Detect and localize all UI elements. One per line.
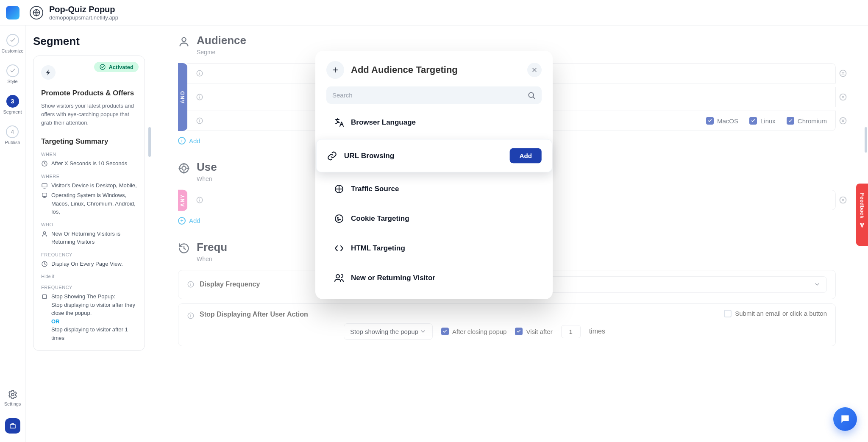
check-icon	[6, 34, 19, 47]
link-icon	[327, 150, 337, 161]
rail-publish[interactable]: 4 Publish	[5, 125, 20, 145]
app-logo[interactable]	[6, 6, 19, 19]
rail-label: Settings	[4, 401, 21, 406]
info-icon[interactable]	[196, 196, 203, 204]
panel-scrollbar[interactable]	[148, 127, 151, 157]
hideif-label: Hide if	[41, 274, 137, 279]
check-label: MacOS	[717, 117, 738, 125]
remove-icon[interactable]	[839, 117, 847, 125]
option-url-browsing[interactable]: URL Browsing Add	[316, 139, 552, 172]
main-scrollbar[interactable]	[865, 127, 867, 153]
check-circle-icon	[99, 64, 106, 70]
option-html-targeting[interactable]: HTML Targeting	[326, 236, 542, 261]
segment-card: Activated Promote Products & Offers Show…	[33, 56, 145, 351]
rail-label: Publish	[5, 140, 20, 145]
visit-count-input[interactable]	[561, 325, 581, 338]
info-icon[interactable]	[187, 312, 195, 320]
option-label: URL Browsing	[344, 151, 395, 160]
rail-label: Segment	[3, 109, 22, 114]
option-add-button[interactable]: Add	[510, 148, 541, 164]
code-icon	[334, 243, 344, 253]
traffic-icon	[334, 184, 344, 194]
svg-rect-4	[42, 183, 47, 187]
check-linux[interactable]: Linux	[749, 117, 776, 125]
language-icon	[334, 117, 344, 128]
check-submit[interactable]: Submit an email or click a button	[724, 310, 827, 317]
remove-icon[interactable]	[839, 93, 847, 101]
user-title: Use	[197, 161, 217, 174]
check-label: Visit after	[526, 328, 552, 335]
audience-sub: Segme	[197, 49, 246, 56]
row-label: Stop Displaying After User Action	[200, 311, 308, 318]
svg-point-27	[337, 217, 338, 218]
freq-label: FREQUENCY	[41, 252, 137, 257]
activated-label: Activated	[108, 64, 134, 70]
svg-point-2	[100, 64, 105, 69]
where-row-2: Operating System is Windows, Macos, Linu…	[41, 191, 137, 216]
os-icon	[41, 192, 48, 199]
hide-line-2: Stop displaying to visitor after 1 times	[51, 326, 128, 341]
check-label: Linux	[760, 117, 776, 125]
targeting-option-list: Browser Language URL Browsing Add Traffi…	[326, 110, 542, 291]
chat-fab[interactable]	[833, 407, 857, 431]
check-icon	[6, 64, 19, 77]
where-text-1: Visitor's Device is Desktop, Mobile,	[51, 181, 137, 190]
remove-icon[interactable]	[839, 196, 847, 204]
where-row-1: Visitor's Device is Desktop, Mobile,	[41, 181, 137, 190]
when-row: After X Seconds is 10 Seconds	[41, 159, 137, 168]
bolt-icon	[41, 65, 56, 80]
rail-segment[interactable]: 3 Segment	[3, 95, 22, 114]
step-number: 3	[6, 95, 19, 108]
hide-row: Stop Showing The Popup: Stop displaying …	[41, 292, 137, 342]
rail-settings[interactable]: Settings	[4, 389, 21, 406]
info-icon[interactable]	[196, 93, 203, 101]
option-traffic-source[interactable]: Traffic Source	[326, 176, 542, 202]
device-icon	[41, 182, 48, 189]
option-browser-language[interactable]: Browser Language	[326, 110, 542, 135]
rail-customize[interactable]: Customize	[2, 34, 24, 53]
and-strip[interactable]: AND	[178, 63, 187, 131]
step-rail: Customize Style 3 Segment 4 Publish Sett…	[0, 25, 25, 442]
rail-style[interactable]: Style	[6, 64, 19, 84]
freq-text: Display On Every Page View.	[51, 260, 123, 268]
feedback-tab[interactable]: Feedback	[856, 183, 868, 246]
option-new-returning[interactable]: New or Returning Visitor	[326, 265, 542, 291]
stop-displaying-row: Stop Displaying After User Action Submit…	[178, 303, 836, 346]
svg-point-9	[182, 38, 186, 42]
info-icon[interactable]	[196, 117, 203, 125]
svg-rect-5	[42, 193, 47, 197]
toolbox-button[interactable]	[5, 418, 20, 434]
svg-rect-8	[42, 295, 46, 299]
option-label: New or Returning Visitor	[351, 274, 435, 282]
svg-point-29	[338, 220, 339, 220]
when-text: After X Seconds is 10 Seconds	[51, 159, 127, 168]
info-icon[interactable]	[196, 69, 203, 77]
modal-close-button[interactable]	[527, 63, 542, 77]
history-icon	[178, 242, 190, 254]
globe-icon[interactable]	[30, 6, 43, 19]
feedback-label: Feedback	[859, 193, 865, 218]
check-label: Chromium	[798, 117, 827, 125]
remove-icon[interactable]	[839, 69, 847, 78]
check-visit-after[interactable]: Visit after	[515, 328, 552, 335]
who-label: WHO	[41, 222, 137, 227]
svg-point-1	[11, 393, 14, 396]
any-strip[interactable]: ANY	[178, 190, 187, 211]
svg-point-30	[336, 275, 339, 278]
check-macos[interactable]: MacOS	[706, 117, 738, 125]
option-label: Traffic Source	[351, 185, 399, 193]
user-sub: When	[197, 175, 217, 182]
option-cookie-targeting[interactable]: Cookie Targeting	[326, 206, 542, 231]
check-after-closing[interactable]: After closing popup	[441, 328, 506, 335]
check-label: After closing popup	[452, 328, 506, 335]
modal-search-input[interactable]	[326, 86, 542, 104]
top-bar: Pop-Quiz Popup demopopupsmart.netlify.ap…	[0, 0, 868, 25]
info-icon[interactable]	[187, 281, 195, 288]
hide-line-1: Stop displaying to visitor after they cl…	[51, 302, 135, 317]
hide-text-block: Stop Showing The Popup: Stop displaying …	[51, 292, 137, 342]
stop-icon	[41, 293, 48, 300]
target-icon	[178, 162, 190, 174]
check-chromium[interactable]: Chromium	[787, 117, 827, 125]
stop-showing-dropdown[interactable]: Stop showing the popup	[344, 323, 433, 340]
activated-badge: Activated	[94, 62, 139, 72]
